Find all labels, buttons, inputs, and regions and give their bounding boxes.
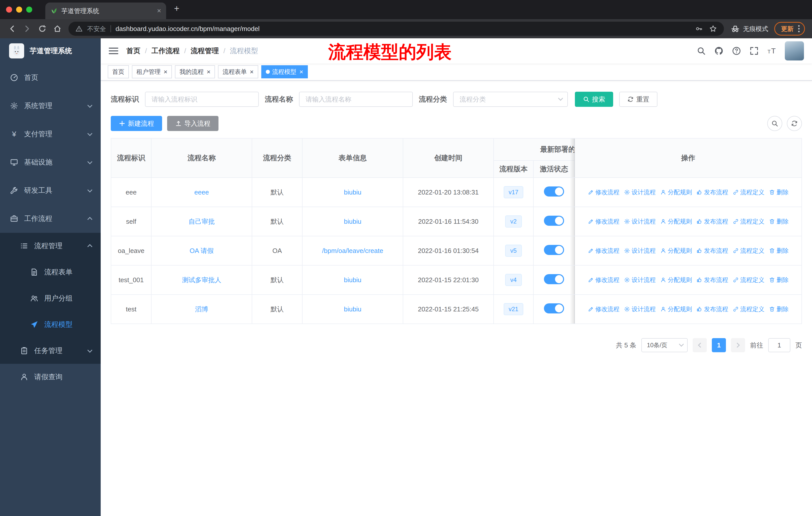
tag-tenant-management[interactable]: 租户管理 × bbox=[132, 65, 172, 78]
address-bar[interactable]: 不安全 dashboard.yudao.iocoder.cn/bpm/manag… bbox=[68, 22, 724, 36]
delete-link[interactable]: 删除 bbox=[769, 276, 789, 284]
delete-link[interactable]: 删除 bbox=[769, 247, 789, 255]
tag-home[interactable]: 首页 bbox=[108, 65, 129, 78]
tag-process-form[interactable]: 流程表单 × bbox=[218, 65, 258, 78]
delete-link[interactable]: 删除 bbox=[769, 217, 789, 225]
process-name-link[interactable]: eeee bbox=[194, 188, 209, 196]
publish-process-link[interactable]: 发布流程 bbox=[696, 188, 728, 196]
close-icon[interactable]: × bbox=[250, 69, 254, 75]
next-page-button[interactable] bbox=[731, 338, 745, 352]
breadcrumb-item[interactable]: 首页 bbox=[126, 46, 141, 56]
create-process-button[interactable]: 新建流程 bbox=[111, 116, 162, 131]
sidebar-item-workflow[interactable]: 工作流程 bbox=[0, 205, 101, 233]
process-name-link[interactable]: 测试多审批人 bbox=[182, 276, 221, 284]
minimize-window-button[interactable] bbox=[16, 6, 22, 12]
breadcrumb-item[interactable]: 流程管理 bbox=[191, 46, 219, 56]
modify-process-link[interactable]: 修改流程 bbox=[588, 217, 619, 225]
sidebar-item-process-form[interactable]: 流程表单 bbox=[0, 259, 101, 285]
sidebar-item-infrastructure[interactable]: 基础设施 bbox=[0, 148, 101, 176]
page-size-select[interactable]: 10条/页 bbox=[641, 338, 688, 352]
delete-link[interactable]: 删除 bbox=[769, 188, 789, 196]
modify-process-link[interactable]: 修改流程 bbox=[588, 188, 619, 196]
form-info-link[interactable]: biubiu bbox=[344, 276, 361, 284]
process-name-input[interactable] bbox=[299, 92, 413, 107]
process-name-link[interactable]: 滔博 bbox=[195, 305, 208, 313]
assign-rule-link[interactable]: 分配规则 bbox=[660, 276, 692, 284]
sidebar-item-user-group[interactable]: 用户分组 bbox=[0, 285, 101, 311]
sidebar-item-system-management[interactable]: 系统管理 bbox=[0, 92, 101, 120]
publish-process-link[interactable]: 发布流程 bbox=[696, 217, 728, 225]
close-window-button[interactable] bbox=[6, 6, 12, 12]
tab-close-icon[interactable]: × bbox=[157, 7, 161, 15]
menu-dots-icon[interactable] bbox=[798, 25, 800, 32]
active-toggle[interactable] bbox=[544, 216, 564, 226]
sidebar-item-task-management[interactable]: 任务管理 bbox=[0, 337, 101, 364]
fullscreen-icon[interactable] bbox=[750, 46, 759, 55]
active-toggle[interactable] bbox=[544, 303, 564, 314]
sidebar-item-leave-query[interactable]: 请假查询 bbox=[0, 364, 101, 390]
assign-rule-link[interactable]: 分配规则 bbox=[660, 188, 692, 196]
modify-process-link[interactable]: 修改流程 bbox=[588, 276, 619, 284]
bookmark-star-icon[interactable] bbox=[709, 25, 717, 32]
design-process-link[interactable]: 设计流程 bbox=[624, 188, 656, 196]
font-size-icon[interactable]: TT bbox=[767, 46, 776, 55]
publish-process-link[interactable]: 发布流程 bbox=[696, 276, 728, 284]
back-button[interactable] bbox=[5, 22, 19, 36]
form-info-link[interactable]: biubiu bbox=[344, 305, 361, 313]
sidebar-item-dev-tools[interactable]: 研发工具 bbox=[0, 176, 101, 205]
search-icon[interactable] bbox=[697, 46, 706, 55]
tag-process-model[interactable]: 流程模型 × bbox=[261, 65, 308, 78]
assign-rule-link[interactable]: 分配规则 bbox=[660, 247, 692, 255]
sidebar-item-home[interactable]: 首页 bbox=[0, 63, 101, 92]
process-definition-link[interactable]: 流程定义 bbox=[733, 247, 764, 255]
import-process-button[interactable]: 导入流程 bbox=[167, 116, 219, 131]
process-name-link[interactable]: 自己审批 bbox=[188, 218, 215, 225]
page-number-button[interactable]: 1 bbox=[712, 338, 726, 352]
process-definition-link[interactable]: 流程定义 bbox=[733, 217, 764, 225]
home-button[interactable] bbox=[50, 22, 64, 36]
breadcrumb-item[interactable]: 工作流程 bbox=[151, 46, 180, 56]
reload-button[interactable] bbox=[35, 22, 49, 36]
process-definition-link[interactable]: 流程定义 bbox=[733, 305, 764, 313]
prev-page-button[interactable] bbox=[693, 338, 707, 352]
assign-rule-link[interactable]: 分配规则 bbox=[660, 217, 692, 225]
design-process-link[interactable]: 设计流程 bbox=[624, 305, 656, 313]
active-toggle[interactable] bbox=[544, 274, 564, 284]
modify-process-link[interactable]: 修改流程 bbox=[588, 305, 619, 313]
publish-process-link[interactable]: 发布流程 bbox=[696, 305, 728, 313]
publish-process-link[interactable]: 发布流程 bbox=[696, 247, 728, 255]
forward-button[interactable] bbox=[20, 22, 34, 36]
toggle-search-button[interactable] bbox=[767, 116, 782, 131]
help-icon[interactable] bbox=[732, 46, 741, 55]
process-definition-link[interactable]: 流程定义 bbox=[733, 188, 764, 196]
process-definition-link[interactable]: 流程定义 bbox=[733, 276, 764, 284]
design-process-link[interactable]: 设计流程 bbox=[624, 217, 656, 225]
sidebar-item-process-management[interactable]: 流程管理 bbox=[0, 233, 101, 259]
process-category-select[interactable]: 流程分类 bbox=[453, 92, 568, 107]
zoom-window-button[interactable] bbox=[26, 6, 32, 12]
browser-tab[interactable]: 芋道管理系统 × bbox=[45, 2, 166, 19]
goto-page-input[interactable] bbox=[768, 338, 790, 352]
assign-rule-link[interactable]: 分配规则 bbox=[660, 305, 692, 313]
form-info-link[interactable]: /bpm/oa/leave/create bbox=[322, 247, 383, 254]
close-icon[interactable]: × bbox=[207, 69, 210, 75]
refresh-table-button[interactable] bbox=[787, 116, 802, 131]
search-button[interactable]: 搜索 bbox=[575, 92, 613, 107]
close-icon[interactable]: × bbox=[299, 69, 303, 75]
process-name-link[interactable]: OA 请假 bbox=[190, 247, 213, 254]
sidebar-toggle-button[interactable] bbox=[109, 48, 118, 54]
design-process-link[interactable]: 设计流程 bbox=[624, 247, 656, 255]
sidebar-item-payment-management[interactable]: ¥ 支付管理 bbox=[0, 120, 101, 148]
modify-process-link[interactable]: 修改流程 bbox=[588, 247, 619, 255]
active-toggle[interactable] bbox=[544, 186, 564, 196]
update-button[interactable]: 更新 bbox=[774, 22, 805, 35]
design-process-link[interactable]: 设计流程 bbox=[624, 276, 656, 284]
user-avatar[interactable] bbox=[785, 41, 804, 60]
new-tab-button[interactable]: + bbox=[170, 2, 183, 15]
active-toggle[interactable] bbox=[544, 245, 564, 255]
tag-my-process[interactable]: 我的流程 × bbox=[175, 65, 215, 78]
form-info-link[interactable]: biubiu bbox=[344, 188, 361, 196]
process-key-input[interactable] bbox=[145, 92, 259, 107]
delete-link[interactable]: 删除 bbox=[769, 305, 789, 313]
reset-button[interactable]: 重置 bbox=[619, 92, 658, 107]
